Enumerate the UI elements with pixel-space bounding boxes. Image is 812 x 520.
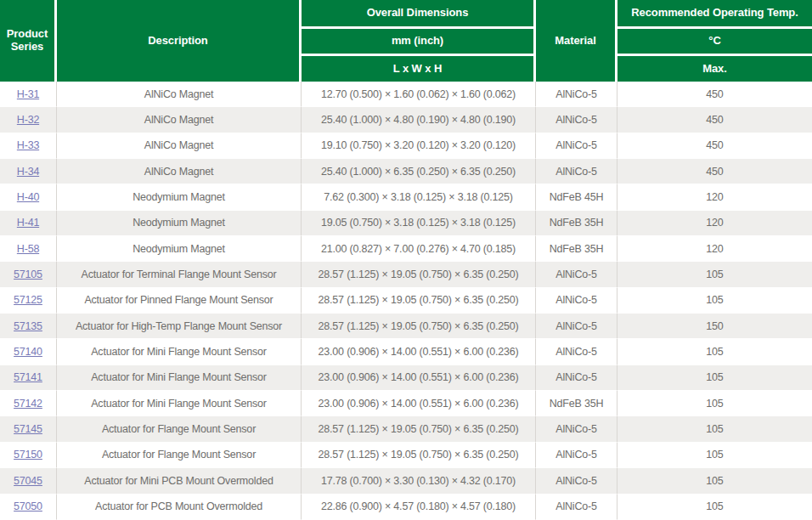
temp-cell: 150 bbox=[617, 314, 812, 339]
description-cell: Actuator for Mini Flange Mount Sensor bbox=[57, 365, 302, 391]
header-lwh: L x W x H bbox=[302, 56, 536, 82]
table-row: 57141 Actuator for Mini Flange Mount Sen… bbox=[0, 365, 812, 391]
dimensions-cell: 25.40 (1.000) × 6.35 (0.250) × 6.35 (0.2… bbox=[302, 159, 536, 184]
product-series-link[interactable]: 57125 bbox=[14, 294, 42, 306]
product-series-link[interactable]: H-31 bbox=[17, 88, 39, 100]
table-row: H-40 Neodymium Magnet 7.62 (0.300) × 3.1… bbox=[0, 184, 812, 210]
table-row: 57145 Actuator for Flange Mount Sensor 2… bbox=[0, 416, 812, 442]
description-cell: AlNiCo Magnet bbox=[57, 82, 302, 107]
description-cell: Actuator for Mini Flange Mount Sensor bbox=[57, 391, 302, 416]
description-cell: Actuator for Flange Mount Sensor bbox=[57, 416, 302, 442]
product-series-link[interactable]: 57135 bbox=[14, 320, 42, 332]
table-row: 57142 Actuator for Mini Flange Mount Sen… bbox=[0, 391, 812, 416]
product-series-link[interactable]: 57142 bbox=[14, 398, 42, 410]
table-row: 57140 Actuator for Mini Flange Mount Sen… bbox=[0, 339, 812, 365]
product-series-cell: 57135 bbox=[0, 314, 57, 339]
material-cell: AlNiCo-5 bbox=[536, 82, 617, 107]
table-row: 57135 Actuator for High-Temp Flange Moun… bbox=[0, 314, 812, 339]
product-series-cell: H-31 bbox=[0, 82, 57, 107]
product-series-cell: 57141 bbox=[0, 365, 57, 391]
description-cell: AlNiCo Magnet bbox=[57, 133, 302, 159]
table-row: H-58 Neodymium Magnet 21.00 (0.827) × 7.… bbox=[0, 236, 812, 262]
dimensions-cell: 17.78 (0.700) × 3.30 (0.130) × 4.32 (0.1… bbox=[302, 468, 536, 494]
product-series-link[interactable]: H-41 bbox=[17, 217, 39, 229]
product-series-cell: 57045 bbox=[0, 468, 57, 494]
product-series-cell: H-40 bbox=[0, 184, 57, 210]
description-cell: Actuator for Terminal Flange Mount Senso… bbox=[57, 262, 302, 287]
temp-cell: 105 bbox=[617, 365, 812, 391]
material-cell: AlNiCo-5 bbox=[536, 416, 617, 442]
temp-cell: 450 bbox=[617, 107, 812, 133]
product-series-cell: H-32 bbox=[0, 107, 57, 133]
header-description: Description bbox=[57, 0, 302, 82]
dimensions-cell: 28.57 (1.125) × 19.05 (0.750) × 6.35 (0.… bbox=[302, 288, 536, 314]
table-header: Product Series Description Overall Dimen… bbox=[0, 0, 812, 82]
material-cell: AlNiCo-5 bbox=[536, 495, 617, 520]
temp-cell: 105 bbox=[617, 468, 812, 494]
product-series-cell: 57125 bbox=[0, 288, 57, 314]
temp-cell: 450 bbox=[617, 159, 812, 184]
header-material: Material bbox=[536, 0, 617, 82]
dimensions-cell: 22.86 (0.900) × 4.57 (0.180) × 4.57 (0.1… bbox=[302, 495, 536, 520]
product-series-link[interactable]: H-34 bbox=[17, 166, 39, 178]
table-row: 57050 Actuator for PCB Mount Overmolded … bbox=[0, 495, 812, 520]
product-series-link[interactable]: 57050 bbox=[14, 500, 42, 512]
dimensions-cell: 12.70 (0.500) × 1.60 (0.062) × 1.60 (0.0… bbox=[302, 82, 536, 107]
product-series-cell: 57142 bbox=[0, 391, 57, 416]
dimensions-cell: 28.57 (1.125) × 19.05 (0.750) × 6.35 (0.… bbox=[302, 443, 536, 468]
product-series-link[interactable]: H-40 bbox=[17, 191, 39, 203]
description-cell: Actuator for Mini PCB Mount Overmolded bbox=[57, 468, 302, 494]
table-row: 57045 Actuator for Mini PCB Mount Overmo… bbox=[0, 468, 812, 494]
material-cell: NdFeB 35H bbox=[536, 211, 617, 236]
product-series-cell: H-33 bbox=[0, 133, 57, 159]
product-series-cell: H-41 bbox=[0, 211, 57, 236]
material-cell: AlNiCo-5 bbox=[536, 314, 617, 339]
product-series-cell: 57105 bbox=[0, 262, 57, 287]
header-mm-inch: mm (inch) bbox=[302, 29, 536, 56]
table-row: H-31 AlNiCo Magnet 12.70 (0.500) × 1.60 … bbox=[0, 82, 812, 107]
table-row: 57125 Actuator for Pinned Flange Mount S… bbox=[0, 288, 812, 314]
table-row: H-41 Neodymium Magnet 19.05 (0.750) × 3.… bbox=[0, 211, 812, 236]
product-series-link[interactable]: 57141 bbox=[14, 371, 42, 383]
description-cell: Actuator for Flange Mount Sensor bbox=[57, 443, 302, 468]
product-series-link[interactable]: H-33 bbox=[17, 139, 39, 151]
header-celsius: °C bbox=[617, 29, 812, 56]
product-series-cell: H-34 bbox=[0, 159, 57, 184]
product-series-link[interactable]: 57045 bbox=[14, 475, 42, 487]
table-row: H-32 AlNiCo Magnet 25.40 (1.000) × 4.80 … bbox=[0, 107, 812, 133]
dimensions-cell: 28.57 (1.125) × 19.05 (0.750) × 6.35 (0.… bbox=[302, 262, 536, 287]
temp-cell: 120 bbox=[617, 236, 812, 262]
table-row: H-34 AlNiCo Magnet 25.40 (1.000) × 6.35 … bbox=[0, 159, 812, 184]
table-row: 57150 Actuator for Flange Mount Sensor 2… bbox=[0, 443, 812, 468]
product-series-link[interactable]: H-32 bbox=[17, 114, 39, 126]
description-cell: Neodymium Magnet bbox=[57, 236, 302, 262]
dimensions-cell: 19.10 (0.750) × 3.20 (0.120) × 3.20 (0.1… bbox=[302, 133, 536, 159]
temp-cell: 105 bbox=[617, 391, 812, 416]
temp-cell: 450 bbox=[617, 133, 812, 159]
dimensions-cell: 28.57 (1.125) × 19.05 (0.750) × 6.35 (0.… bbox=[302, 314, 536, 339]
dimensions-cell: 23.00 (0.906) × 14.00 (0.551) × 6.00 (0.… bbox=[302, 365, 536, 391]
dimensions-cell: 23.00 (0.906) × 14.00 (0.551) × 6.00 (0.… bbox=[302, 391, 536, 416]
dimensions-cell: 7.62 (0.300) × 3.18 (0.125) × 3.18 (0.12… bbox=[302, 184, 536, 210]
product-series-cell: 57140 bbox=[0, 339, 57, 365]
product-series-link[interactable]: 57145 bbox=[14, 423, 42, 435]
product-series-link[interactable]: 57140 bbox=[14, 346, 42, 358]
product-series-cell: 57145 bbox=[0, 416, 57, 442]
product-series-link[interactable]: 57105 bbox=[14, 268, 42, 280]
material-cell: AlNiCo-5 bbox=[536, 468, 617, 494]
temp-cell: 120 bbox=[617, 184, 812, 210]
product-series-link[interactable]: 57150 bbox=[14, 449, 42, 461]
temp-cell: 450 bbox=[617, 82, 812, 107]
temp-cell: 105 bbox=[617, 262, 812, 287]
product-spec-table: Product Series Description Overall Dimen… bbox=[0, 0, 812, 520]
header-product-series: Product Series bbox=[0, 0, 57, 82]
table-row: H-33 AlNiCo Magnet 19.10 (0.750) × 3.20 … bbox=[0, 133, 812, 159]
dimensions-cell: 25.40 (1.000) × 4.80 (0.190) × 4.80 (0.1… bbox=[302, 107, 536, 133]
description-cell: Neodymium Magnet bbox=[57, 211, 302, 236]
header-recommended-operating-temp: Recommended Operating Temp. bbox=[617, 0, 812, 29]
temp-cell: 105 bbox=[617, 416, 812, 442]
product-series-cell: H-58 bbox=[0, 236, 57, 262]
product-series-cell: 57050 bbox=[0, 495, 57, 520]
product-series-link[interactable]: H-58 bbox=[17, 243, 39, 255]
dimensions-cell: 28.57 (1.125) × 19.05 (0.750) × 6.35 (0.… bbox=[302, 416, 536, 442]
